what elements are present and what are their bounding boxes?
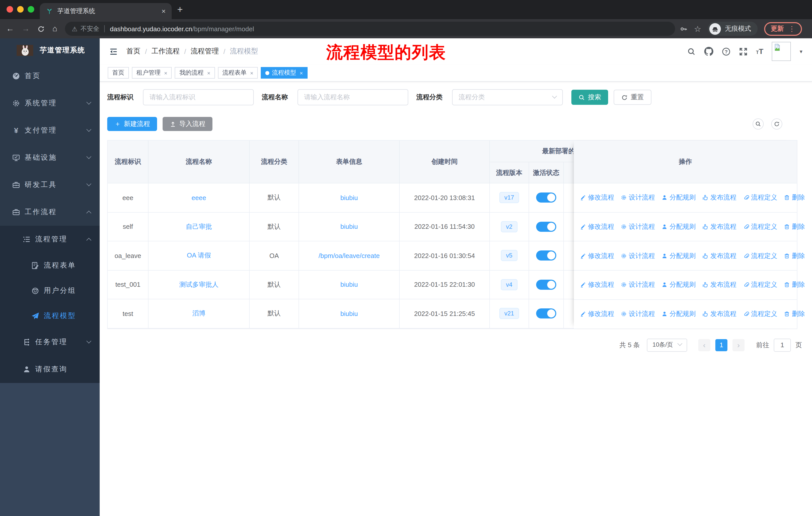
sidebar-item-infrastructure[interactable]: 基础设施 bbox=[0, 144, 100, 171]
assign-rule-link[interactable]: 分配规则 bbox=[662, 280, 696, 290]
edit-process-link[interactable]: 修改流程 bbox=[580, 251, 614, 261]
delete-link[interactable]: 删除 bbox=[784, 251, 805, 261]
delete-link[interactable]: 删除 bbox=[784, 280, 805, 290]
status-toggle[interactable] bbox=[536, 309, 556, 319]
status-toggle[interactable] bbox=[536, 280, 556, 290]
design-process-link[interactable]: 设计流程 bbox=[621, 193, 655, 202]
create-process-button[interactable]: ＋ 新建流程 bbox=[107, 117, 157, 131]
sidebar-collapse-icon[interactable] bbox=[109, 47, 118, 56]
security-warning[interactable]: ⚠ 不安全 bbox=[72, 24, 99, 33]
status-toggle[interactable] bbox=[536, 251, 556, 261]
version-badge[interactable]: v17 bbox=[499, 192, 519, 203]
assign-rule-link[interactable]: 分配规则 bbox=[662, 251, 696, 261]
version-badge[interactable]: v2 bbox=[501, 221, 517, 232]
design-process-link[interactable]: 设计流程 bbox=[621, 222, 655, 231]
edit-process-link[interactable]: 修改流程 bbox=[580, 222, 614, 231]
process-name-input[interactable]: 请输入流程名称 bbox=[297, 89, 408, 105]
version-badge[interactable]: v5 bbox=[501, 250, 517, 261]
model-name-link[interactable]: OA 请假 bbox=[187, 251, 211, 260]
sidebar-item-process-model[interactable]: 流程模型 bbox=[0, 303, 100, 329]
address-bar[interactable]: ⚠ 不安全 dashboard.yudao.iocoder.cn/bpm/man… bbox=[65, 22, 675, 36]
publish-process-link[interactable]: 发布流程 bbox=[702, 193, 736, 202]
assign-rule-link[interactable]: 分配规则 bbox=[662, 222, 696, 231]
publish-process-link[interactable]: 发布流程 bbox=[702, 280, 736, 290]
breadcrumb-workflow[interactable]: 工作流程 bbox=[151, 47, 180, 56]
edit-process-link[interactable]: 修改流程 bbox=[580, 193, 614, 202]
status-toggle[interactable] bbox=[536, 222, 556, 232]
form-link[interactable]: biubiu bbox=[340, 194, 358, 201]
toggle-search-button[interactable] bbox=[753, 118, 764, 130]
form-link[interactable]: biubiu bbox=[340, 281, 358, 289]
edit-process-link[interactable]: 修改流程 bbox=[580, 280, 614, 290]
sidebar-item-process-form[interactable]: 流程表单 bbox=[0, 253, 100, 278]
sidebar-item-home[interactable]: 首页 bbox=[0, 62, 100, 90]
breadcrumb-process-management[interactable]: 流程管理 bbox=[191, 47, 219, 56]
process-definition-link[interactable]: 流程定义 bbox=[743, 193, 777, 202]
model-name-link[interactable]: 滔博 bbox=[192, 309, 205, 318]
process-definition-link[interactable]: 流程定义 bbox=[743, 280, 777, 290]
process-definition-link[interactable]: 流程定义 bbox=[743, 251, 777, 261]
fullscreen-icon[interactable] bbox=[739, 47, 748, 56]
assign-rule-link[interactable]: 分配规则 bbox=[662, 309, 696, 319]
tag-process-model[interactable]: 流程模型 × bbox=[261, 67, 308, 79]
close-window-button[interactable] bbox=[6, 6, 13, 12]
delete-link[interactable]: 删除 bbox=[784, 222, 805, 231]
close-icon[interactable]: × bbox=[207, 70, 210, 76]
help-icon[interactable] bbox=[722, 47, 730, 56]
process-id-input[interactable]: 请输入流程标识 bbox=[143, 89, 254, 105]
bookmark-star-icon[interactable]: ☆ bbox=[694, 24, 701, 33]
user-avatar[interactable] bbox=[772, 42, 791, 61]
back-icon[interactable]: ← bbox=[6, 24, 14, 33]
close-icon[interactable]: × bbox=[164, 70, 167, 76]
font-size-icon[interactable]: TT bbox=[756, 47, 763, 56]
browser-update-button[interactable]: 更新 ⋮ bbox=[764, 22, 802, 35]
model-name-link[interactable]: 自己审批 bbox=[186, 222, 212, 231]
zoom-window-button[interactable] bbox=[28, 6, 34, 12]
model-name-link[interactable]: eeee bbox=[192, 194, 206, 201]
browser-menu-icon[interactable]: ⋮ bbox=[788, 25, 795, 33]
app-logo[interactable]: 芋道管理系统 bbox=[0, 38, 100, 62]
design-process-link[interactable]: 设计流程 bbox=[621, 309, 655, 319]
sidebar-item-process-management[interactable]: 流程管理 bbox=[0, 226, 100, 253]
version-badge[interactable]: v4 bbox=[501, 279, 517, 290]
process-definition-link[interactable]: 流程定义 bbox=[743, 309, 777, 319]
sidebar-item-user-group[interactable]: 用户分组 bbox=[0, 278, 100, 303]
github-icon[interactable] bbox=[704, 47, 713, 56]
reload-icon[interactable] bbox=[37, 25, 45, 32]
version-badge[interactable]: v21 bbox=[499, 308, 519, 319]
close-icon[interactable]: × bbox=[250, 70, 254, 76]
tag-home[interactable]: 首页 bbox=[108, 67, 129, 79]
search-icon[interactable] bbox=[687, 47, 696, 56]
delete-link[interactable]: 删除 bbox=[784, 193, 805, 202]
close-icon[interactable]: × bbox=[300, 70, 303, 76]
goto-page-input[interactable]: 1 bbox=[774, 338, 791, 351]
prev-page-button[interactable]: ‹ bbox=[698, 339, 710, 351]
import-process-button[interactable]: 导入流程 bbox=[163, 117, 212, 131]
assign-rule-link[interactable]: 分配规则 bbox=[662, 193, 696, 202]
process-definition-link[interactable]: 流程定义 bbox=[743, 222, 777, 231]
reset-button[interactable]: 重置 bbox=[614, 90, 651, 105]
sidebar-item-leave-query[interactable]: 请假查询 bbox=[0, 356, 100, 383]
publish-process-link[interactable]: 发布流程 bbox=[702, 251, 736, 261]
design-process-link[interactable]: 设计流程 bbox=[621, 251, 655, 261]
password-key-icon[interactable] bbox=[680, 25, 688, 32]
refresh-table-button[interactable] bbox=[771, 118, 782, 130]
design-process-link[interactable]: 设计流程 bbox=[621, 280, 655, 290]
tag-tenant[interactable]: 租户管理 × bbox=[132, 67, 172, 79]
next-page-button[interactable]: › bbox=[732, 339, 745, 351]
model-name-link[interactable]: 测试多审批人 bbox=[179, 280, 219, 289]
breadcrumb-home[interactable]: 首页 bbox=[126, 47, 141, 56]
sidebar-item-workflow[interactable]: 工作流程 bbox=[0, 198, 100, 226]
sidebar-item-payment[interactable]: ¥ 支付管理 bbox=[0, 117, 100, 144]
publish-process-link[interactable]: 发布流程 bbox=[702, 309, 736, 319]
new-tab-button[interactable]: + bbox=[177, 4, 183, 15]
page-1-button[interactable]: 1 bbox=[715, 339, 727, 351]
home-icon[interactable]: ⌂ bbox=[52, 24, 57, 33]
page-size-select[interactable]: 10条/页 bbox=[647, 338, 687, 351]
process-category-select[interactable]: 流程分类 bbox=[452, 89, 563, 105]
form-link[interactable]: biubiu bbox=[340, 223, 358, 230]
delete-link[interactable]: 删除 bbox=[784, 309, 805, 319]
sidebar-item-task-management[interactable]: 任务管理 bbox=[0, 329, 100, 356]
tag-process-form[interactable]: 流程表单 × bbox=[218, 67, 258, 79]
publish-process-link[interactable]: 发布流程 bbox=[702, 222, 736, 231]
